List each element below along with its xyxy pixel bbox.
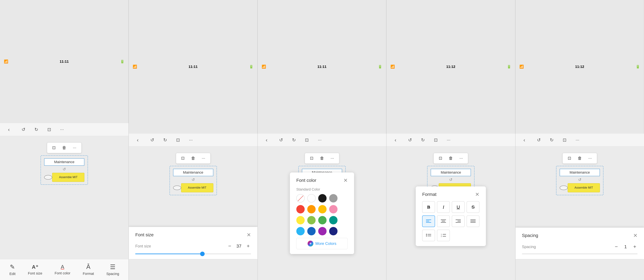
format-btn[interactable]: Ā Format	[83, 263, 94, 276]
rotate-2[interactable]: ↺	[173, 177, 213, 182]
font-color-btn[interactable]: A Font color	[54, 264, 70, 275]
color-light-blue[interactable]	[296, 227, 304, 235]
font-size-slider[interactable]	[135, 253, 251, 254]
spacing-slider[interactable]	[522, 253, 638, 254]
float-copy-3[interactable]: ⊡	[308, 155, 315, 162]
undo-button-3[interactable]: ↺	[277, 136, 285, 144]
float-delete-1[interactable]: 🗑	[61, 144, 68, 151]
float-delete-4[interactable]: 🗑	[447, 155, 454, 162]
color-orange[interactable]	[307, 205, 316, 213]
rotate-1[interactable]: ↺	[44, 167, 84, 171]
save-button-1[interactable]: ⊡	[45, 125, 53, 133]
spacing-btn[interactable]: ☰ Spacing	[106, 263, 119, 276]
more-button-2[interactable]: ···	[187, 136, 195, 144]
spacing-minus[interactable]: −	[614, 242, 619, 251]
strikethrough-button[interactable]: S	[466, 201, 480, 213]
color-red[interactable]	[296, 205, 304, 213]
font-size-minus[interactable]: −	[227, 242, 232, 250]
save-button-4[interactable]: ⊡	[432, 136, 440, 144]
rotate-4[interactable]: ↺	[431, 177, 471, 182]
undo-button-4[interactable]: ↺	[406, 136, 414, 144]
float-more-3[interactable]: ···	[329, 155, 336, 162]
redo-button-4[interactable]: ↻	[419, 136, 427, 144]
more-button-5[interactable]: ···	[574, 136, 582, 144]
node-title-2[interactable]: Maintenance	[173, 169, 213, 176]
float-delete-2[interactable]: 🗑	[190, 155, 197, 162]
float-delete-3[interactable]: 🗑	[318, 155, 326, 162]
color-green[interactable]	[318, 216, 326, 224]
float-more-1[interactable]: ···	[71, 144, 78, 151]
rotate-5[interactable]: ↺	[560, 177, 600, 182]
float-delete-5[interactable]: 🗑	[576, 155, 583, 162]
align-center-button[interactable]	[437, 215, 450, 227]
float-more-5[interactable]: ···	[586, 155, 594, 162]
bold-button[interactable]: B	[422, 201, 435, 213]
color-light-green[interactable]	[307, 216, 316, 224]
color-white[interactable]	[307, 194, 316, 202]
back-button-5[interactable]: ‹	[520, 136, 528, 144]
float-more-2[interactable]: ···	[200, 155, 207, 162]
save-button-2[interactable]: ⊡	[174, 136, 182, 144]
color-teal[interactable]	[329, 216, 338, 224]
spacing-popup-close[interactable]: ✕	[633, 232, 638, 238]
undo-button-5[interactable]: ↺	[535, 136, 543, 144]
float-copy-2[interactable]: ⊡	[179, 155, 186, 162]
color-popup-header: Font color ✕	[296, 177, 348, 183]
color-blue[interactable]	[307, 227, 316, 235]
edit-btn[interactable]: ✎ Edit	[9, 263, 16, 276]
float-more-4[interactable]: ···	[458, 155, 465, 162]
color-purple[interactable]	[318, 227, 326, 235]
float-copy-1[interactable]: ⊡	[50, 144, 58, 151]
spacing-plus[interactable]: +	[632, 242, 638, 251]
redo-button-1[interactable]: ↻	[32, 125, 40, 133]
back-button-1[interactable]: ‹	[5, 125, 13, 133]
node-title-1[interactable]: Maintenance	[44, 158, 84, 166]
color-yellow[interactable]	[296, 216, 304, 224]
redo-button-2[interactable]: ↻	[161, 136, 169, 144]
undo-button-2[interactable]: ↺	[148, 136, 156, 144]
color-gray[interactable]	[329, 194, 338, 202]
color-amber[interactable]	[318, 205, 326, 213]
font-size-popup-close[interactable]: ✕	[247, 232, 251, 238]
underline-button[interactable]: U	[452, 201, 465, 213]
redo-button-3[interactable]: ↻	[290, 136, 298, 144]
save-button-3[interactable]: ⊡	[303, 136, 311, 144]
task-5[interactable]: Assemble MIT	[568, 183, 600, 192]
float-copy-5[interactable]: ⊡	[566, 155, 573, 162]
node-title-5[interactable]: Maintenance	[560, 169, 600, 176]
back-button-4[interactable]: ‹	[392, 136, 400, 144]
redo-button-5[interactable]: ↻	[548, 136, 556, 144]
color-pink[interactable]	[329, 205, 338, 213]
more-button-3[interactable]: ···	[316, 136, 324, 144]
color-popup-close[interactable]: ✕	[344, 177, 348, 183]
slider-fill	[135, 253, 205, 254]
more-colors-button[interactable]: + More Colors	[296, 238, 348, 249]
more-button-1[interactable]: ···	[58, 125, 66, 133]
float-copy-4[interactable]: ⊡	[437, 155, 444, 162]
numbered-list-button[interactable]: 1.2.	[437, 229, 450, 241]
align-justify-button[interactable]	[466, 215, 480, 227]
undo-button-1[interactable]: ↺	[19, 125, 27, 133]
align-left-button[interactable]	[422, 215, 435, 227]
font-size-icon: A⁺	[32, 264, 38, 270]
back-button-3[interactable]: ‹	[262, 136, 271, 144]
slider-thumb[interactable]	[200, 252, 205, 256]
node-title-4[interactable]: Maintenance	[431, 169, 471, 176]
font-size-plus[interactable]: +	[245, 242, 251, 250]
bullet-list-button[interactable]	[422, 229, 435, 241]
italic-button[interactable]: I	[437, 201, 450, 213]
save-button-5[interactable]: ⊡	[560, 136, 569, 144]
color-dark-navy[interactable]	[329, 227, 338, 235]
font-size-btn[interactable]: A⁺ Font size	[28, 264, 42, 275]
task-1[interactable]: Assemble MIT	[52, 173, 84, 182]
selection-box-5: Maintenance ↺ Assemble MIT	[556, 166, 604, 195]
float-actions-5: ⊡ 🗑 ···	[562, 153, 597, 164]
more-button-4[interactable]: ···	[444, 136, 452, 144]
task-2[interactable]: Assemble MIT	[181, 183, 213, 192]
align-right-button[interactable]	[452, 215, 465, 227]
color-none[interactable]	[296, 194, 304, 202]
back-button-2[interactable]: ‹	[134, 136, 142, 144]
font-size-value: 37	[236, 243, 242, 249]
color-black[interactable]	[318, 194, 326, 202]
format-popup-close[interactable]: ✕	[475, 191, 480, 197]
